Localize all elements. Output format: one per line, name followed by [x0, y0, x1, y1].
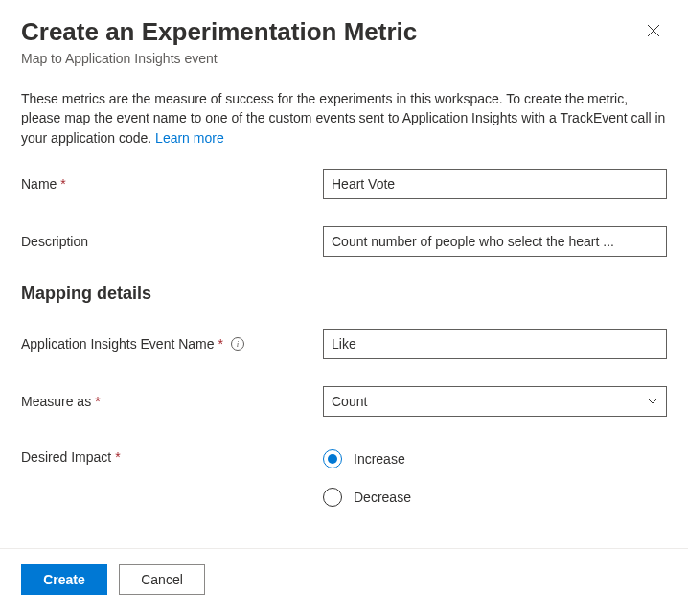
info-icon[interactable]: i — [231, 337, 244, 351]
mapping-details-heading: Mapping details — [21, 284, 667, 304]
close-icon — [647, 24, 660, 37]
panel-footer: Create Cancel — [0, 548, 688, 616]
required-marker: * — [115, 449, 120, 465]
event-name-label: Application Insights Event Name — [21, 336, 215, 352]
create-metric-panel: Create an Experimentation Metric Map to … — [0, 0, 688, 616]
measure-as-select[interactable]: Count — [323, 386, 667, 417]
panel-title: Create an Experimentation Metric — [21, 17, 417, 47]
cancel-button[interactable]: Cancel — [119, 564, 205, 595]
radio-decrease[interactable]: Decrease — [323, 488, 667, 507]
desired-impact-label: Desired Impact — [21, 449, 111, 465]
chevron-down-icon — [647, 396, 658, 407]
measure-as-value: Count — [332, 394, 367, 409]
required-marker: * — [218, 336, 223, 352]
event-name-input[interactable] — [323, 329, 667, 359]
name-label: Name — [21, 176, 57, 192]
required-marker: * — [60, 176, 65, 192]
radio-increase-label: Increase — [354, 451, 405, 467]
desired-impact-radio-group: Increase Decrease — [323, 449, 667, 507]
radio-increase[interactable]: Increase — [323, 449, 667, 468]
create-button[interactable]: Create — [21, 564, 107, 595]
radio-circle-icon — [323, 449, 342, 468]
required-marker: * — [95, 394, 100, 409]
learn-more-link[interactable]: Learn more — [155, 130, 224, 146]
description-input[interactable] — [323, 226, 667, 257]
close-button[interactable] — [640, 17, 667, 44]
intro-paragraph: These metrics are the measure of success… — [21, 89, 667, 148]
intro-text: These metrics are the measure of success… — [21, 91, 665, 146]
description-label: Description — [21, 234, 88, 249]
radio-decrease-label: Decrease — [354, 490, 411, 505]
panel-subtitle: Map to Application Insights event — [21, 51, 417, 66]
name-input[interactable] — [323, 169, 667, 199]
radio-circle-icon — [323, 488, 342, 507]
measure-as-label: Measure as — [21, 394, 91, 409]
